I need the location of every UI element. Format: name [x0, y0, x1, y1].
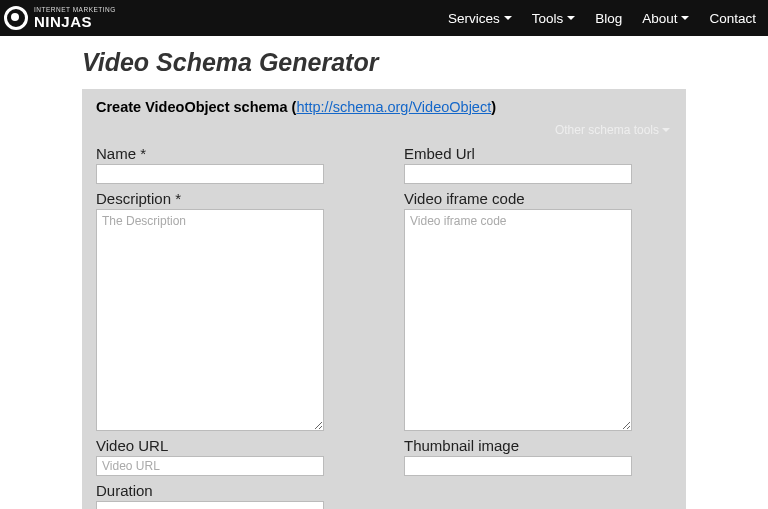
brand-logo[interactable]: INTERNET MARKETING NINJAS	[4, 6, 116, 30]
nav-blog[interactable]: Blog	[595, 11, 622, 26]
video-url-input[interactable]	[96, 456, 324, 476]
video-url-label: Video URL	[96, 437, 364, 454]
nav-services[interactable]: Services	[448, 11, 512, 26]
panel-heading: Create VideoObject schema (http://schema…	[96, 99, 672, 115]
thumbnail-label: Thumbnail image	[404, 437, 672, 454]
duration-label: Duration	[96, 482, 364, 499]
schema-link[interactable]: http://schema.org/VideoObject	[296, 99, 491, 115]
left-column: Name * Description * Video URL Duration	[96, 139, 364, 509]
form-panel: Create VideoObject schema (http://schema…	[82, 89, 686, 509]
chevron-down-icon	[567, 16, 575, 20]
form-columns: Name * Description * Video URL Duration …	[96, 139, 672, 509]
nav-services-label: Services	[448, 11, 500, 26]
right-column: Embed Url Video iframe code Thumbnail im…	[404, 139, 672, 509]
chevron-down-icon	[681, 16, 689, 20]
nav-contact[interactable]: Contact	[709, 11, 756, 26]
panel-tail: )	[491, 99, 496, 115]
description-textarea[interactable]	[96, 209, 324, 431]
brand-title: NINJAS	[34, 14, 116, 29]
iframe-textarea[interactable]	[404, 209, 632, 431]
nav-contact-label: Contact	[709, 11, 756, 26]
top-navbar: INTERNET MARKETING NINJAS Services Tools…	[0, 0, 768, 36]
embed-url-label: Embed Url	[404, 145, 672, 162]
other-tools-label: Other schema tools	[555, 123, 659, 137]
nav-items: Services Tools Blog About Contact	[448, 11, 756, 26]
embed-url-input[interactable]	[404, 164, 632, 184]
chevron-down-icon	[662, 128, 670, 132]
nav-about-label: About	[642, 11, 677, 26]
ninja-logo-icon	[4, 6, 28, 30]
nav-tools[interactable]: Tools	[532, 11, 576, 26]
thumbnail-input[interactable]	[404, 456, 632, 476]
other-schema-tools-link[interactable]: Other schema tools	[555, 123, 670, 137]
nav-tools-label: Tools	[532, 11, 564, 26]
iframe-label: Video iframe code	[404, 190, 672, 207]
name-label: Name *	[96, 145, 364, 162]
nav-blog-label: Blog	[595, 11, 622, 26]
page-title: Video Schema Generator	[82, 48, 768, 77]
brand-text: INTERNET MARKETING NINJAS	[34, 7, 116, 29]
panel-lead: Create VideoObject schema (	[96, 99, 296, 115]
description-label: Description *	[96, 190, 364, 207]
name-input[interactable]	[96, 164, 324, 184]
chevron-down-icon	[504, 16, 512, 20]
duration-input[interactable]	[96, 501, 324, 509]
nav-about[interactable]: About	[642, 11, 689, 26]
